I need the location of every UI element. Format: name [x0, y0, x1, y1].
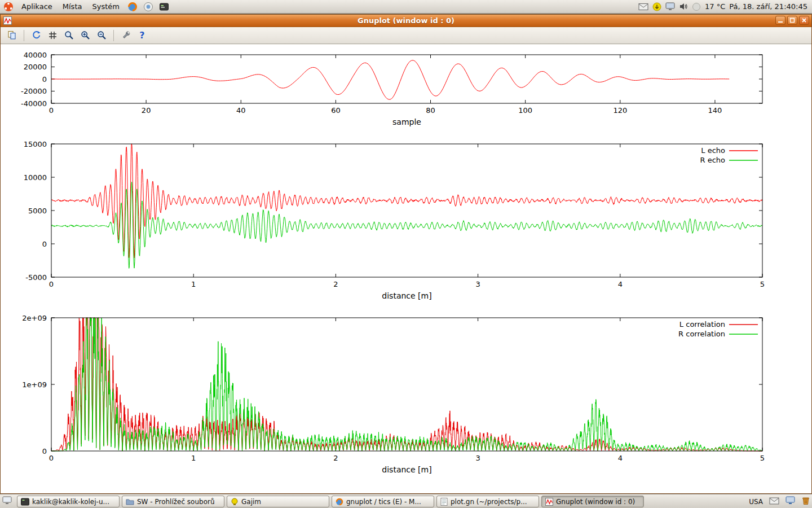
zoom-in-button[interactable] — [78, 29, 92, 42]
taskbar-window-label: plot.gn (~/projects/p... — [451, 498, 535, 506]
svg-text:60: 60 — [331, 106, 341, 115]
gnuplot-window: Gnuplot (window id : 0) — [0, 14, 812, 494]
svg-text:120: 120 — [613, 106, 627, 115]
svg-text:5000: 5000 — [28, 207, 47, 215]
window-title: Gnuplot (window id : 0) — [1, 16, 811, 25]
window-titlebar[interactable]: Gnuplot (window id : 0) — [1, 15, 811, 27]
svg-text:0: 0 — [42, 75, 47, 84]
copy-clipboard-button[interactable] — [5, 29, 19, 42]
svg-text:80: 80 — [426, 106, 435, 115]
svg-text:L correlation: L correlation — [679, 320, 725, 329]
help-button[interactable]: ? — [135, 29, 149, 42]
menu-system[interactable]: Systém — [87, 1, 124, 12]
window-list: kaklik@kaklik-kolej-u... SW - Prohlížeč … — [17, 496, 644, 507]
plot-canvas[interactable]: 020406080100120140-40000-200000200004000… — [1, 45, 811, 493]
panel-tray-area: 17 °C Pá, 18. září, 21:40:45 — [638, 0, 812, 13]
taskbar-window-label: Gnuplot (window id : 0) — [556, 498, 640, 506]
ubuntu-logo-icon[interactable] — [0, 2, 16, 12]
taskbar-window-label: kaklik@kaklik-kolej-u... — [32, 498, 116, 506]
wrench-icon — [121, 30, 131, 40]
grid-icon — [48, 30, 58, 40]
menu-applications[interactable]: Aplikace — [16, 1, 58, 12]
svg-text:0: 0 — [49, 106, 54, 115]
svg-text:5: 5 — [760, 280, 765, 288]
replot-button[interactable] — [29, 29, 43, 42]
taskbar-window-label: gnuplot / tics (E) - M... — [346, 498, 430, 506]
copy-icon — [7, 30, 17, 40]
taskbar-window-label: Gajim — [241, 498, 325, 506]
menu-places[interactable]: Místa — [58, 1, 87, 12]
tray-display-icon[interactable] — [665, 2, 675, 11]
panel-menu-area: Aplikace Místa Systém — [0, 0, 172, 13]
svg-text:2: 2 — [333, 280, 338, 288]
clock-label[interactable]: Pá, 18. září, 21:40:45 — [729, 2, 807, 11]
taskbar-window-terminal[interactable]: kaklik@kaklik-kolej-u... — [17, 496, 120, 507]
tray-mail-icon[interactable] — [638, 3, 648, 11]
zoom-out-button[interactable] — [94, 29, 109, 42]
svg-text:R echo: R echo — [700, 156, 725, 164]
chart-echo-signals[interactable]: 012345-5000050001000015000distance [m]L … — [1, 139, 811, 309]
svg-text:40: 40 — [236, 106, 246, 115]
zoom-in-icon — [81, 30, 90, 40]
svg-text:2e+09: 2e+09 — [22, 314, 47, 322]
text-file-icon — [440, 498, 448, 506]
close-icon — [801, 17, 807, 23]
svg-text:distance [m]: distance [m] — [382, 465, 431, 474]
tray-screen-icon[interactable] — [785, 496, 795, 507]
svg-text:0: 0 — [42, 447, 47, 456]
svg-text:140: 140 — [708, 106, 722, 115]
svg-text:R correlation: R correlation — [678, 330, 725, 338]
gnuplot-icon — [545, 498, 553, 506]
svg-text:10000: 10000 — [24, 173, 47, 182]
firefox-launcher-icon[interactable] — [125, 2, 140, 12]
svg-text:0: 0 — [49, 454, 54, 462]
keyboard-layout-indicator[interactable]: USA — [749, 498, 763, 506]
svg-text:-20000: -20000 — [21, 87, 47, 95]
svg-text:20000: 20000 — [24, 63, 47, 71]
svg-text:-5000: -5000 — [25, 273, 47, 282]
svg-text:40000: 40000 — [24, 51, 47, 59]
taskbar-window-firefox[interactable]: gnuplot / tics (E) - M... — [332, 496, 434, 507]
svg-text:4: 4 — [618, 280, 623, 288]
terminal-launcher-icon[interactable] — [156, 2, 172, 12]
tray-update-icon[interactable] — [652, 2, 661, 11]
tray-mail-icon[interactable] — [769, 496, 779, 507]
gnuplot-toolbar: ? — [1, 27, 811, 44]
svg-text:distance [m]: distance [m] — [382, 291, 431, 300]
chart-chirp-signal[interactable]: 020406080100120140-40000-200000200004000… — [1, 51, 811, 130]
svg-text:0: 0 — [42, 240, 47, 248]
chart-correlations[interactable]: 01234501e+092e+09distance [m]L correlati… — [1, 313, 811, 483]
taskbar-window-file-browser[interactable]: SW - Prohlížeč souborů — [122, 496, 224, 507]
help-launcher-icon[interactable] — [140, 2, 156, 12]
svg-text:15000: 15000 — [24, 140, 47, 148]
taskbar-window-label: SW - Prohlížeč souborů — [137, 498, 220, 506]
trash-icon[interactable] — [801, 496, 810, 507]
taskbar-window-gajim[interactable]: Gajim — [227, 496, 329, 507]
taskbar-window-text-editor[interactable]: plot.gn (~/projects/p... — [436, 496, 539, 507]
weather-icon[interactable] — [692, 2, 701, 11]
firefox-icon — [336, 498, 343, 506]
svg-text:1: 1 — [191, 454, 196, 462]
minimize-button[interactable] — [775, 16, 785, 25]
configure-button[interactable] — [118, 29, 133, 42]
help-icon: ? — [139, 30, 144, 41]
toggle-grid-button[interactable] — [45, 29, 60, 42]
zoom-reset-button[interactable] — [61, 29, 76, 42]
svg-text:100: 100 — [518, 106, 532, 115]
svg-text:1: 1 — [191, 280, 196, 288]
gajim-icon — [231, 498, 239, 506]
replot-icon — [32, 30, 41, 40]
taskbar-window-gnuplot[interactable]: Gnuplot (window id : 0) — [541, 496, 644, 507]
svg-text:2: 2 — [333, 454, 338, 462]
tray-volume-icon[interactable] — [679, 2, 688, 11]
minimize-icon — [778, 17, 783, 23]
svg-text:4: 4 — [618, 454, 623, 462]
svg-text:20: 20 — [142, 106, 151, 115]
svg-text:-40000: -40000 — [21, 99, 47, 108]
maximize-button[interactable] — [787, 16, 797, 25]
show-desktop-icon[interactable] — [2, 496, 12, 507]
svg-text:sample: sample — [392, 117, 421, 126]
gnome-top-panel: Aplikace Místa Systém 17 °C Pá, 18. září… — [0, 0, 812, 14]
close-button[interactable] — [799, 16, 809, 25]
svg-text:0: 0 — [49, 280, 54, 288]
